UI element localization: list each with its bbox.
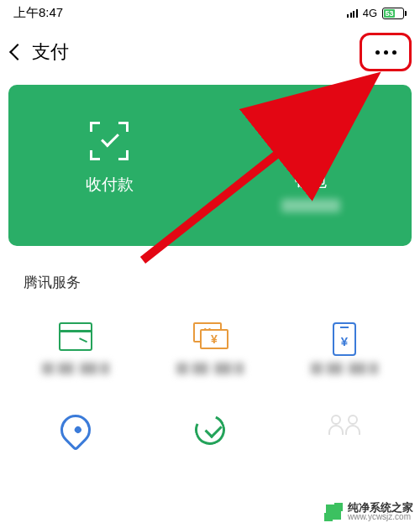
back-icon[interactable] [9,44,26,60]
network-label: 4G [363,7,377,19]
section-title: 腾讯服务 [8,273,412,299]
signal-icon [347,9,358,18]
people-icon [328,415,361,440]
nav-bar: 支付 [0,24,420,85]
more-button[interactable] [363,34,408,70]
service-item-coupon[interactable]: ¥¥ [143,299,277,391]
service-item-people[interactable] [277,391,412,460]
scan-pay-icon [90,122,129,160]
phone-topup-icon: ¥ [328,322,361,351]
check-circle-icon [193,415,227,443]
coupon-icon: ¥¥ [193,322,227,351]
page-title: 支付 [32,39,69,65]
pay-receive-label: 收付款 [86,174,134,196]
watermark: 纯净系统之家 www.ycwsjz.com [323,500,415,523]
more-icon [375,50,396,55]
drop-icon [59,415,92,443]
status-bar: 上午8:47 4G 53 [0,0,420,24]
service-item-mobile[interactable]: ¥ [277,299,412,391]
wallet-icon [288,125,333,157]
wallet-button[interactable]: 钱包 [210,122,412,212]
pay-receive-button[interactable]: 收付款 [8,122,210,212]
wallet-label: 钱包 [295,170,327,192]
watermark-url: www.ycwsjz.com [348,513,413,521]
service-label-blurred [176,363,244,374]
service-label-blurred [311,363,378,374]
battery-icon: 53 [382,8,407,19]
service-item-insurance[interactable] [143,391,277,460]
service-item-finance[interactable] [8,391,143,460]
service-label-blurred [42,363,109,374]
service-item-card[interactable] [8,299,143,391]
wallet-balance-blurred [281,199,340,212]
payment-card: 收付款 钱包 [8,85,412,246]
watermark-logo-icon [324,503,343,521]
tencent-services-section: 腾讯服务 ¥¥ ¥ [8,258,412,460]
clock: 上午8:47 [13,5,63,21]
card-pay-icon [59,322,92,351]
